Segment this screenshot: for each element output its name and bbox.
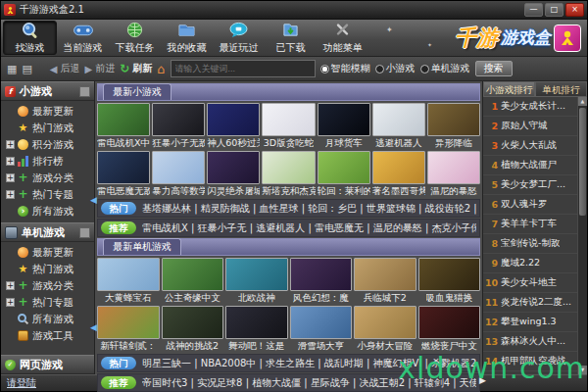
expander-icon[interactable]: + — [6, 281, 15, 290]
sidebar-item[interactable]: ++热门专题 — [1, 186, 94, 203]
sidebar-item[interactable]: ★热门游戏 — [1, 120, 94, 136]
game-thumbnail[interactable] — [372, 151, 425, 184]
thumbnail-view-icon[interactable]: ▦ — [7, 63, 17, 75]
list-view-icon[interactable]: ▤ — [22, 63, 31, 75]
ticker-links[interactable]: 基塔娜丛林 | 精灵防御战 | 血性星球 | 轮回：乡巴 | 世界篮球锦 | 战… — [142, 202, 476, 216]
tab-pc-ranking[interactable]: 单机排行 — [535, 81, 587, 97]
game-thumbnail[interactable] — [290, 258, 353, 291]
game-thumbnail[interactable] — [97, 151, 150, 184]
game-item[interactable]: 北欧战神 — [225, 258, 288, 305]
rank-game-name[interactable]: 魔域2.22 — [501, 257, 540, 270]
rank-item[interactable]: 9魔域2.22 — [483, 254, 577, 273]
expander-icon[interactable]: + — [6, 140, 15, 149]
game-item[interactable]: 兵临城下2 — [354, 258, 416, 305]
sidebar-item[interactable]: 最新更新 — [1, 244, 94, 261]
ranking-scrollbar[interactable]: ▲ ▼ — [577, 97, 587, 374]
sidebar-item[interactable]: ★热门游戏 — [1, 261, 94, 277]
sidebar-item[interactable]: +积分游戏 — [1, 136, 94, 153]
game-thumbnail[interactable] — [97, 258, 160, 291]
collapse-icon[interactable] — [79, 86, 90, 97]
section-header-flash-games[interactable]: f 小游戏 — [1, 81, 94, 101]
toolbar-current-games-button[interactable]: 当前游戏 — [57, 21, 109, 55]
rank-game-name[interactable]: 植物大战僵尸 — [501, 159, 557, 172]
game-item[interactable]: 燃烧丧尸中文 — [418, 306, 481, 353]
rank-item[interactable]: 2原始人守城 — [483, 117, 577, 136]
hot-badge[interactable]: 热门 — [101, 357, 136, 369]
toolbar-downloaded-button[interactable]: 已下载 — [265, 21, 317, 55]
game-item[interactable]: 大黄蜂宝石 — [97, 258, 160, 305]
game-item[interactable]: 异形降临 — [427, 103, 480, 150]
game-item[interactable]: 3D版贪吃蛇 — [262, 103, 315, 150]
game-thumbnail[interactable] — [427, 151, 480, 184]
scrollbar-thumb[interactable] — [579, 108, 586, 216]
game-thumbnail[interactable] — [97, 103, 150, 136]
game-item[interactable]: 暴力高等数学 — [152, 151, 205, 198]
game-item[interactable]: 温尼的暴怒 — [427, 151, 480, 198]
game-thumbnail[interactable] — [354, 258, 416, 291]
rank-item[interactable]: 4植物大战僵尸 — [483, 156, 577, 175]
rank-item[interactable]: 1美少女成长计... — [483, 97, 577, 117]
game-item[interactable]: 滑雪场大亨 — [290, 306, 353, 353]
game-item[interactable]: 闪灵绝杀屠城 — [207, 151, 260, 198]
game-thumbnail[interactable] — [372, 103, 425, 136]
hot-badge[interactable]: 热门 — [101, 202, 136, 215]
sidebar-item[interactable]: 游戏工具 — [1, 327, 94, 344]
minimize-button[interactable]: — — [524, 3, 543, 17]
home-icon[interactable]: ⌂ — [157, 62, 165, 76]
sidebar-collapse-arrow-icon[interactable]: ◀ — [90, 195, 97, 205]
toolbar-favorites-button[interactable]: 我的收藏 — [161, 21, 213, 55]
game-item[interactable]: 月球货车 — [318, 103, 370, 150]
sidebar-item[interactable]: ++游戏分类 — [1, 277, 94, 294]
expander-icon[interactable]: + — [6, 298, 15, 307]
sidebar-collapse-arrow-icon[interactable]: ◀ — [90, 322, 97, 332]
rank-game-name[interactable]: 宝剑传说-制敌 — [501, 237, 560, 250]
rank-game-name[interactable]: 攀登wing1.3 — [501, 316, 557, 328]
collapse-icon[interactable] — [79, 227, 90, 238]
tab-flash-ranking[interactable]: 小游戏排行 — [483, 81, 535, 97]
tab-latest-flash-games[interactable]: 最新小游戏 — [103, 83, 172, 100]
expander-icon[interactable]: + — [6, 190, 15, 199]
sidebar-item[interactable]: ›所有游戏 — [1, 203, 94, 220]
game-thumbnail[interactable] — [262, 151, 315, 184]
game-thumbnail[interactable] — [152, 151, 205, 184]
recommend-badge[interactable]: 推荐 — [101, 221, 136, 234]
search-mode-pc[interactable]: 单机游戏 — [420, 62, 470, 75]
game-item[interactable]: 舞动吧！这是 — [225, 306, 288, 353]
game-item[interactable]: 雷电战机X中 — [97, 103, 150, 150]
tab-latest-pc-games[interactable]: 最新单机游戏 — [103, 238, 181, 255]
game-item[interactable]: 新轩辕剑贰： — [97, 306, 160, 353]
scroll-up-icon[interactable]: ▲ — [578, 97, 587, 106]
game-thumbnail[interactable] — [225, 258, 288, 291]
search-button[interactable]: 搜索 — [475, 61, 513, 76]
rank-item[interactable]: 10美少女斗地主 — [483, 273, 577, 293]
game-thumbnail[interactable] — [225, 306, 288, 339]
game-thumbnail[interactable] — [418, 306, 481, 339]
recommend-badge[interactable]: 推荐 — [101, 376, 136, 389]
game-thumbnail[interactable] — [207, 151, 260, 184]
sidebar-item[interactable]: ++热门专题 — [1, 294, 94, 311]
game-thumbnail[interactable] — [97, 306, 160, 339]
game-item[interactable]: 斯塔克和杰克 — [262, 151, 315, 198]
game-item[interactable]: 神人60秒过关 — [207, 103, 260, 150]
rank-game-name[interactable]: 森林冰火人中... — [501, 335, 565, 348]
rank-game-name[interactable]: 美少女斗地主 — [501, 276, 557, 289]
sidebar-item[interactable]: +排行榜 — [1, 153, 94, 170]
game-thumbnail[interactable] — [162, 258, 224, 291]
sidebar-item[interactable]: 最新更新 — [1, 103, 94, 120]
game-thumbnail[interactable] — [290, 306, 353, 339]
rank-item[interactable]: 12攀登wing1.3 — [483, 313, 577, 332]
rank-game-name[interactable]: 美羊羊卡丁车 — [501, 218, 557, 230]
game-item[interactable]: 轮回：莱利的 — [318, 151, 370, 198]
game-thumbnail[interactable] — [318, 103, 370, 136]
rank-item[interactable]: 5美少女梦工厂... — [483, 175, 577, 195]
game-thumbnail[interactable] — [427, 103, 480, 136]
rank-game-name[interactable]: 美少女成长计... — [501, 100, 565, 113]
rank-game-name[interactable]: 火柴人大乱战 — [501, 139, 557, 152]
game-item[interactable]: 风色幻想：魔 — [290, 258, 353, 305]
game-item[interactable]: 著名墨西哥烤 — [372, 151, 425, 198]
game-thumbnail[interactable] — [207, 103, 260, 136]
toolbar-function-menu-button[interactable]: 功能菜单 — [317, 21, 368, 55]
rank-item[interactable]: 7美羊羊卡丁车 — [483, 215, 577, 234]
rank-item[interactable]: 3火柴人大乱战 — [483, 136, 577, 156]
section-header-web-games[interactable]: ✓ 网页游戏 — [1, 355, 94, 374]
